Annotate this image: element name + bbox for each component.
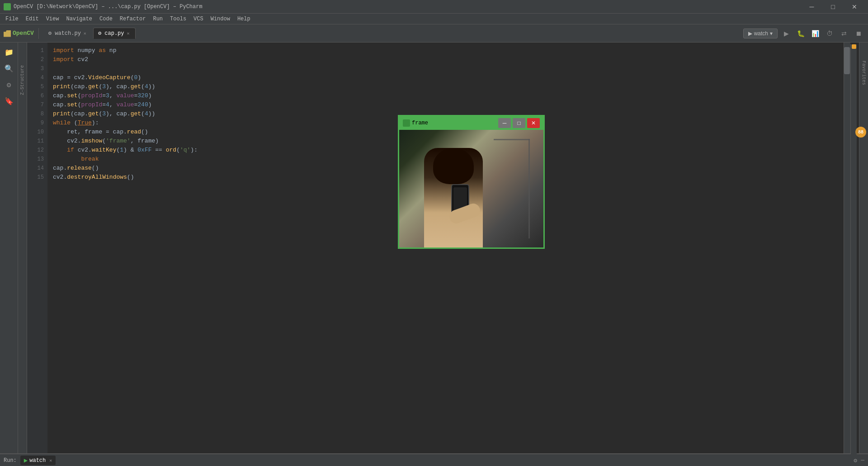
- menu-window[interactable]: Window: [207, 15, 234, 23]
- line-num-9: 9: [27, 119, 44, 128]
- watch-config-button[interactable]: ▶ watch ▾: [743, 29, 778, 38]
- tab-cap-py-label: ⚙ cap.py: [98, 30, 124, 37]
- run-label: Run:: [4, 457, 17, 464]
- concurrency-diagram-button[interactable]: ⇄: [838, 28, 850, 39]
- minimize-button[interactable]: ─: [802, 0, 822, 14]
- line-numbers: 1 2 3 4 5 6 7 8 9 10 11 12 13 14 15: [27, 43, 47, 453]
- tab-watch-py[interactable]: ⚙ watch.py ✕: [43, 28, 92, 39]
- project-name: OpenCV: [13, 30, 34, 37]
- z-structure-panel: Z-Structure: [18, 43, 27, 453]
- toolbar-right: ▶ watch ▾ ▶ 🐛 📊 ⏱ ⇄ ⏹: [743, 28, 864, 39]
- run-settings-icon[interactable]: ⚙: [854, 457, 857, 464]
- right-panel-icons: Favorites: [859, 43, 868, 453]
- menu-code[interactable]: Code: [96, 15, 116, 23]
- favorites-label[interactable]: Favorites: [861, 61, 866, 85]
- window-frame-vertical: [528, 139, 530, 238]
- frame-titlebar: frame ─ □ ✕: [399, 116, 543, 130]
- pycharm-icon: [4, 3, 11, 10]
- line-num-14: 14: [27, 164, 44, 173]
- line-num-1: 1: [27, 46, 44, 55]
- stop-button[interactable]: ⏹: [853, 28, 864, 39]
- menu-file[interactable]: File: [2, 15, 22, 23]
- menu-tools[interactable]: Tools: [166, 15, 190, 23]
- window-title: OpenCV [D:\Network\OpenCV] – ...\cap.py …: [14, 4, 203, 10]
- profile-button[interactable]: ⏱: [824, 28, 835, 39]
- run-tab-icon: ▶: [24, 456, 28, 464]
- line-num-8: 8: [27, 109, 44, 119]
- run-panel: Run: ▶ watch ✕ ⚙ ─ ↺ ↓ ⏹ ↑ ⤵ 🖨 D:\Python…: [0, 453, 868, 466]
- run-with-coverage-button[interactable]: 📊: [809, 28, 821, 39]
- toolbar: OpenCV ⚙ watch.py ✕ ⚙ cap.py ✕ ▶ watch ▾…: [0, 24, 868, 43]
- line-num-7: 7: [27, 100, 44, 109]
- right-gutter: [850, 43, 859, 453]
- menu-edit[interactable]: Edit: [22, 15, 42, 23]
- editor-area: 1 2 3 4 5 6 7 8 9 10 11 12 13 14 15 impo…: [27, 43, 850, 453]
- frame-close-button[interactable]: ✕: [527, 118, 540, 128]
- frame-maximize-button[interactable]: □: [513, 118, 525, 128]
- separator: [38, 28, 39, 39]
- left-sidebar: 📁 🔍 ⚙ 🔖: [0, 43, 18, 453]
- line-num-10: 10: [27, 128, 44, 137]
- window-controls: ─ □ ✕: [802, 0, 864, 14]
- scrollbar-thumb[interactable]: [844, 47, 850, 74]
- z-structure-label: Z-Structure: [20, 65, 25, 95]
- project-label: OpenCV: [4, 30, 34, 37]
- window-frame-horizontal: [494, 139, 530, 140]
- tab-cap-py[interactable]: ⚙ cap.py ✕: [93, 28, 136, 39]
- sidebar-bookmark-icon[interactable]: 🔖: [3, 95, 15, 108]
- run-minimize-icon[interactable]: ─: [861, 457, 864, 464]
- maximize-button[interactable]: □: [823, 0, 843, 14]
- sidebar-find-icon[interactable]: 🔍: [3, 62, 15, 75]
- menu-view[interactable]: View: [42, 15, 63, 23]
- watch-label: watch: [754, 30, 768, 37]
- editor-scrollbar[interactable]: [844, 43, 850, 453]
- title-bar: OpenCV [D:\Network\OpenCV] – ...\cap.py …: [0, 0, 868, 14]
- line-num-6: 6: [27, 91, 44, 100]
- run-tab-watch[interactable]: ▶ watch ✕: [20, 456, 56, 465]
- line-num-4: 4: [27, 73, 44, 82]
- main-area: 📁 🔍 ⚙ 🔖 Z-Structure 1 2 3 4 5 6 7 8 9 10…: [0, 43, 868, 453]
- sidebar-project-icon[interactable]: 📁: [3, 46, 15, 59]
- frame-window-icon: [403, 119, 410, 127]
- run-tab-name: watch: [29, 457, 46, 464]
- menu-bar: File Edit View Navigate Code Refactor Ru…: [0, 14, 868, 24]
- file-tab-area: ⚙ watch.py ✕ ⚙ cap.py ✕: [43, 28, 136, 39]
- frame-window: frame ─ □ ✕: [398, 115, 545, 249]
- line-num-5: 5: [27, 82, 44, 91]
- frame-window-title: frame: [412, 120, 496, 126]
- menu-navigate[interactable]: Navigate: [62, 15, 96, 23]
- line-num-12: 12: [27, 146, 44, 155]
- folder-icon: [4, 30, 11, 37]
- run-tab-close[interactable]: ✕: [49, 458, 52, 463]
- tab-watch-py-label: ⚙ watch.py: [48, 30, 81, 37]
- right-gutter-inner: [850, 44, 857, 455]
- run-header: Run: ▶ watch ✕ ⚙ ─: [0, 454, 868, 466]
- tab-cap-py-close[interactable]: ✕: [126, 30, 131, 37]
- tab-watch-py-close[interactable]: ✕: [83, 30, 87, 37]
- line-num-2: 2: [27, 55, 44, 64]
- frame-minimize-button[interactable]: ─: [498, 118, 511, 128]
- line-num-11: 11: [27, 137, 44, 146]
- code-container: 1 2 3 4 5 6 7 8 9 10 11 12 13 14 15 impo…: [27, 43, 850, 453]
- menu-refactor[interactable]: Refactor: [116, 15, 150, 23]
- close-button[interactable]: ✕: [844, 0, 864, 14]
- menu-run[interactable]: Run: [149, 15, 166, 23]
- run-config-button[interactable]: ▶: [780, 28, 792, 39]
- notification-badge[interactable]: 88: [855, 127, 866, 138]
- menu-help[interactable]: Help: [234, 15, 254, 23]
- line-num-3: 3: [27, 64, 44, 73]
- debug-button[interactable]: 🐛: [795, 28, 807, 39]
- sidebar-settings-icon[interactable]: ⚙: [3, 79, 15, 91]
- line-num-15: 15: [27, 173, 44, 182]
- menu-vcs[interactable]: VCS: [190, 15, 207, 23]
- person-head: [433, 148, 474, 184]
- person-body: [424, 148, 483, 247]
- frame-image-area: [399, 130, 543, 247]
- camera-frame: [399, 130, 543, 247]
- warning-marker: [852, 44, 856, 49]
- line-num-13: 13: [27, 155, 44, 164]
